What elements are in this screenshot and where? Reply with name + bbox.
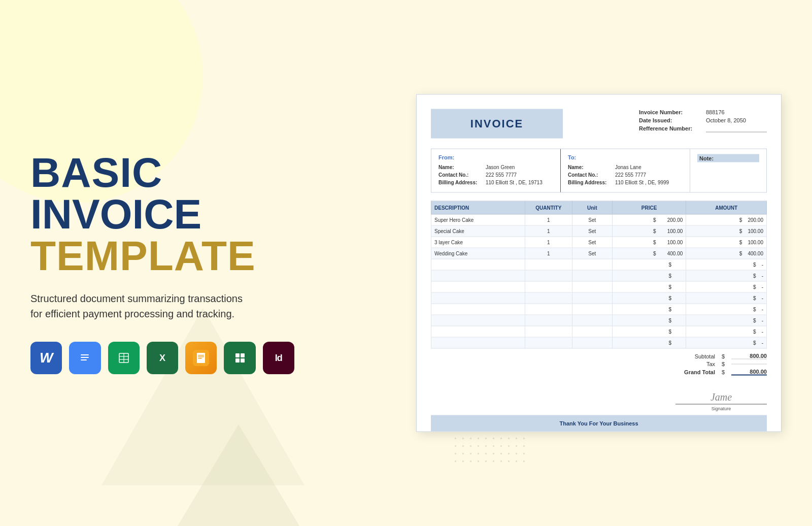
row-unit [572,304,612,315]
table-row: $ $ - [431,259,767,270]
from-header: From: [438,154,553,160]
row-unit [572,326,612,337]
signature-line: Jame [675,389,767,405]
row-amount: $ 100.00 [686,237,767,248]
to-contact-row: Contact No.: 222 555 7777 [568,172,683,178]
row-amount: $ - [686,292,767,304]
table-row: $ $ - [431,270,767,281]
row-qty: 1 [525,225,572,237]
row-desc [431,270,525,281]
grand-total-row: Grand Total $ 800.00 [625,369,767,376]
row-unit [572,315,612,326]
row-qty [525,315,572,326]
date-issued-value: October 8, 2050 [706,117,746,123]
row-qty [525,259,572,270]
row-qty [525,304,572,315]
row-qty [525,326,572,337]
invoice-number-label: Invoice Number: [639,109,700,115]
subtitle-text: Structured document summarizing transact… [30,291,244,321]
row-price: $ 100.00 [612,225,686,237]
table-row: Wedding Cake 1 Set $ 400.00 $ 400.00 [431,248,767,259]
invoice-footer: Thank You For Your Business [431,415,767,432]
to-header: To: [568,154,683,160]
tax-dollar: $ [719,361,727,367]
footer-text: Thank You For Your Business [559,420,638,426]
from-billing-value: 110 Elliott St , DE, 19713 [486,180,543,185]
row-amount: $ - [686,337,767,348]
numbers-icon [224,342,255,374]
date-issued-label: Date Issued: [639,117,700,123]
row-desc [431,304,525,315]
from-billing-label: Billing Address: [438,180,482,185]
from-name-value: Jason Green [486,165,515,170]
svg-rect-13 [198,355,204,356]
from-name-label: Name: [438,165,482,170]
invoice-number-value: 888176 [706,109,725,115]
subtotal-value: 800.00 [731,353,767,359]
date-issued-row: Date Issued: October 8, 2050 [639,117,767,123]
svg-rect-18 [241,353,245,357]
row-desc: 3 layer Cake [431,237,525,248]
row-unit: Set [572,237,612,248]
row-qty [525,292,572,304]
from-billing-row: Billing Address: 110 Elliott St , DE, 19… [438,180,553,185]
col-unit: Unit [572,201,612,214]
row-qty [525,281,572,292]
note-section: Note: [690,149,766,192]
subtotal-row: Subtotal $ 800.00 [625,353,767,359]
from-contact-value: 222 555 7777 [486,172,517,178]
to-billing-row: Billing Address: 110 Elliott St , DE, 99… [568,180,683,185]
row-unit [572,337,612,348]
to-name-label: Name: [568,165,611,170]
google-docs-icon [69,342,100,374]
title-invoice: INVOICE [30,193,294,235]
row-amount: $ - [686,315,767,326]
indesign-icon: Id [263,342,294,374]
row-price: $ [612,281,686,292]
row-price: $ [612,270,686,281]
reference-number-label: Refference Number: [639,125,700,133]
svg-rect-1 [81,354,89,355]
row-desc: Wedding Cake [431,248,525,259]
row-desc: Special Cake [431,225,525,237]
row-qty: 1 [525,237,572,248]
row-amount: $ - [686,326,767,337]
row-qty: 1 [525,214,572,225]
totals-section: Subtotal $ 800.00 Tax $ Grand Total $ 80… [431,349,767,384]
tax-label: Tax [674,361,715,367]
signature-label: Signature [675,406,767,411]
row-desc [431,315,525,326]
app-icons-row: W X Id [30,342,294,374]
invoice-card: INVOICE Invoice Number: 888176 Date Issu… [416,94,782,432]
row-amount: $ 400.00 [686,248,767,259]
row-desc [431,292,525,304]
totals-table: Subtotal $ 800.00 Tax $ Grand Total $ 80… [625,353,767,377]
table-row: $ $ - [431,326,767,337]
row-qty [525,337,572,348]
invoice-meta: Invoice Number: 888176 Date Issued: Octo… [639,109,767,135]
svg-rect-3 [81,359,87,360]
subtotal-dollar: $ [719,353,727,359]
invoice-title-box: INVOICE [431,109,563,139]
to-name-value: Jonas Lane [615,165,641,170]
to-section: To: Name: Jonas Lane Contact No.: 222 55… [561,149,690,192]
row-desc: Super Hero Cake [431,214,525,225]
row-price: $ [612,292,686,304]
svg-rect-19 [235,358,240,363]
row-unit: Set [572,225,612,237]
row-price: $ [612,315,686,326]
table-row: Special Cake 1 Set $ 100.00 $ 100.00 [431,225,767,237]
title-template: TEMPLATE [30,235,294,277]
svg-rect-16 [232,350,248,366]
invoice-number-row: Invoice Number: 888176 [639,109,767,115]
to-name-row: Name: Jonas Lane [568,165,683,170]
table-header-row: DESCRIPTION QUANTITY Unit PRICE AMOUNT [431,201,767,214]
tax-row: Tax $ [625,361,767,367]
from-section: From: Name: Jason Green Contact No.: 222… [431,149,561,192]
title-basic: BASIC [30,152,294,193]
row-desc [431,326,525,337]
row-unit [572,292,612,304]
from-contact-label: Contact No.: [438,172,482,178]
reference-number-row: Refference Number: [639,125,767,133]
row-unit [572,270,612,281]
